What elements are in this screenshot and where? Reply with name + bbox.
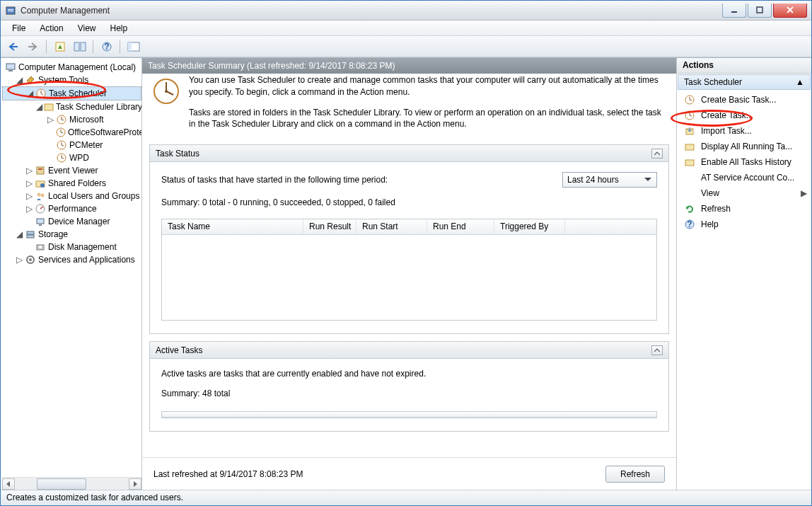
tree-wpd[interactable]: WPD [2, 151, 141, 164]
svg-rect-29 [27, 231, 34, 234]
minimize-button[interactable] [722, 4, 746, 18]
expand-icon[interactable]: ◢ [25, 89, 34, 98]
expand-icon[interactable]: ◢ [15, 230, 23, 238]
actions-subheader[interactable]: Task Scheduler ▲ [678, 74, 811, 90]
expand-icon[interactable]: ▷ [25, 205, 33, 213]
collapse-icon[interactable] [651, 149, 663, 159]
expand-icon[interactable]: ◢ [15, 76, 23, 84]
menu-help[interactable]: Help [103, 22, 135, 35]
expand-icon[interactable]: ◢ [36, 103, 42, 111]
actions-pane: Actions Task Scheduler ▲ Create Basic Ta… [677, 58, 811, 490]
active-tasks-table [161, 411, 657, 418]
expand-icon[interactable]: ▷ [15, 255, 23, 264]
tree-microsoft[interactable]: ▷Microsoft [2, 113, 141, 126]
folder-icon [684, 141, 695, 152]
computer-icon [5, 62, 16, 73]
up-button[interactable] [52, 38, 69, 55]
close-button[interactable] [773, 4, 807, 18]
collapse-icon[interactable]: ▲ [796, 77, 804, 87]
action-help[interactable]: ?Help [677, 217, 811, 232]
scroll-left-button[interactable] [2, 478, 15, 490]
tree-root[interactable]: Computer Management (Local) [2, 61, 141, 74]
nav-tree[interactable]: Computer Management (Local) ◢System Tool… [2, 59, 141, 477]
svg-rect-40 [685, 144, 694, 150]
tree-task-scheduler-library[interactable]: ◢Task Scheduler Library [2, 100, 141, 113]
users-icon [35, 190, 46, 202]
clock-wizard-icon [684, 94, 695, 105]
tree-shared-folders[interactable]: ▷Shared Folders [2, 177, 141, 190]
tree-pcmeter[interactable]: PCMeter [2, 139, 141, 151]
task-status-header[interactable]: Task Status [150, 145, 668, 162]
back-button[interactable] [5, 38, 22, 55]
last-refreshed: Last refreshed at 9/14/2017 8:08:23 PM [153, 469, 303, 479]
table-header[interactable] [162, 412, 656, 418]
col-run-result[interactable]: Run Result [303, 219, 356, 234]
menu-view[interactable]: View [71, 22, 103, 35]
col-triggered-by[interactable]: Triggered By [494, 219, 565, 234]
scroll-right-button[interactable] [129, 478, 141, 490]
tree-task-scheduler[interactable]: ◢Task Scheduler [2, 86, 141, 100]
statusbar: Creates a customized task for advanced u… [1, 490, 811, 505]
tree-device-manager[interactable]: ▷Device Manager [2, 215, 141, 228]
action-display-running[interactable]: Display All Running Ta... [677, 139, 811, 154]
scroll-track[interactable] [16, 478, 128, 490]
svg-rect-41 [685, 160, 694, 166]
tree-storage[interactable]: ◢Storage [2, 228, 141, 241]
titlebar[interactable]: Computer Management [1, 1, 811, 21]
description-2: Tasks are stored in folders in the Task … [189, 107, 665, 131]
svg-point-23 [40, 183, 45, 188]
svg-rect-20 [37, 167, 44, 174]
menubar: File Action View Help [1, 21, 811, 36]
library-icon [44, 101, 54, 113]
svg-rect-28 [39, 224, 42, 226]
col-run-start[interactable]: Run Start [356, 219, 427, 234]
tree-event-viewer[interactable]: ▷Event Viewer [2, 164, 141, 177]
expand-icon[interactable]: ▷ [46, 115, 54, 124]
svg-rect-21 [38, 168, 42, 170]
app-icon [5, 5, 16, 16]
action-create-basic-task[interactable]: Create Basic Task... [677, 92, 811, 108]
panel-toggle-button[interactable] [125, 38, 142, 55]
forward-button[interactable] [25, 38, 42, 55]
col-run-end[interactable]: Run End [427, 219, 494, 234]
tree-local-users[interactable]: ▷Local Users and Groups [2, 190, 141, 202]
tree-hscrollbar[interactable] [2, 477, 141, 490]
main-body: Computer Management (Local) ◢System Tool… [1, 57, 811, 490]
tree-services[interactable]: ▷Services and Applications [2, 253, 141, 266]
refresh-button[interactable]: Refresh [605, 466, 665, 483]
chevron-right-icon: ▶ [801, 188, 807, 198]
action-view[interactable]: View▶ [677, 185, 811, 201]
disk-icon [35, 241, 46, 253]
actions-header: Actions [677, 58, 811, 74]
table-header[interactable]: Task Name Run Result Run Start Run End T… [162, 219, 656, 235]
action-import-task[interactable]: Import Task... [677, 123, 811, 139]
action-at-service[interactable]: AT Service Account Co... [677, 170, 811, 185]
action-refresh[interactable]: Refresh [677, 201, 811, 217]
active-tasks-header[interactable]: Active Tasks [150, 342, 668, 359]
tree-system-tools[interactable]: ◢System Tools [2, 74, 141, 86]
import-icon [684, 125, 695, 137]
help-button[interactable]: ? [98, 38, 115, 55]
menu-action[interactable]: Action [33, 22, 70, 35]
tree-office-software[interactable]: OfficeSoftwareProte [2, 126, 141, 139]
scroll-thumb[interactable] [37, 478, 86, 490]
show-hide-button[interactable] [71, 38, 88, 55]
expand-icon[interactable]: ▷ [25, 179, 33, 188]
col-task-name[interactable]: Task Name [162, 219, 303, 234]
svg-rect-2 [8, 11, 13, 11]
expand-icon[interactable]: ▷ [25, 192, 33, 200]
maximize-button[interactable] [748, 4, 772, 18]
tree-performance[interactable]: ▷Performance [2, 202, 141, 215]
svg-rect-30 [27, 235, 34, 238]
chevron-down-icon [642, 174, 654, 185]
tree-disk-management[interactable]: ▷Disk Management [2, 241, 141, 253]
action-enable-history[interactable]: Enable All Tasks History [677, 154, 811, 170]
svg-rect-4 [757, 7, 762, 13]
svg-rect-13 [8, 70, 13, 71]
collapse-icon[interactable] [651, 345, 663, 355]
expand-icon[interactable]: ▷ [25, 166, 33, 175]
action-create-task[interactable]: Create Task... [677, 108, 811, 123]
time-period-select[interactable]: Last 24 hours [562, 172, 657, 188]
menu-file[interactable]: File [5, 22, 33, 35]
folder-clock-icon [56, 114, 67, 125]
